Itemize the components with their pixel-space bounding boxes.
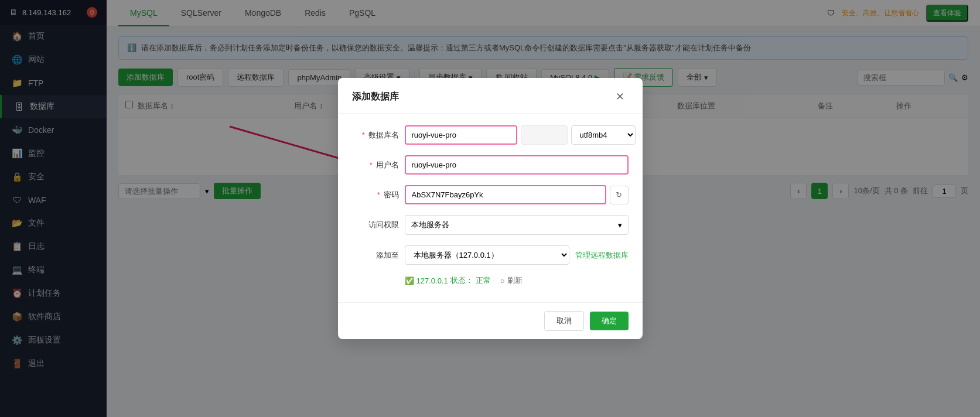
- username-row: * 用户名: [352, 155, 629, 175]
- status-row: ✅ 127.0.0.1 状态： 正常 ○ 刷新: [352, 275, 629, 286]
- modal-footer: 取消 确定: [338, 302, 643, 339]
- access-select[interactable]: 本地服务器 ▾: [405, 215, 629, 235]
- status-label: 状态：: [450, 275, 473, 286]
- pwd-label: * 密码: [352, 190, 399, 200]
- add-to-select[interactable]: 本地服务器（127.0.0.1）: [405, 245, 569, 265]
- add-to-label: 添加至: [352, 250, 399, 261]
- generate-password-button[interactable]: ↻: [610, 186, 629, 204]
- add-database-modal: 添加数据库 ✕ * 数据库名 utf8mb4: [338, 78, 643, 339]
- chevron-down-icon-access: ▾: [618, 221, 622, 230]
- modal-close-button[interactable]: ✕: [612, 88, 629, 105]
- status-ip: 127.0.0.1: [416, 276, 448, 285]
- password-input[interactable]: [405, 185, 606, 204]
- access-value: 本地服务器: [411, 220, 449, 230]
- db-suffix-input[interactable]: [521, 125, 568, 145]
- db-name-group: utf8mb4: [405, 125, 636, 145]
- cancel-button[interactable]: 取消: [544, 311, 584, 331]
- access-label: 访问权限: [352, 220, 399, 230]
- check-icon: ✅: [405, 276, 414, 285]
- confirm-button[interactable]: 确定: [590, 312, 629, 330]
- add-to-row: 添加至 本地服务器（127.0.0.1） 管理远程数据库: [352, 245, 629, 265]
- required-star-pwd: *: [377, 190, 380, 199]
- password-group: ↻: [405, 185, 629, 204]
- required-star-user: *: [370, 160, 373, 169]
- refresh-label: 刷新: [507, 275, 523, 286]
- modal-overlay: 添加数据库 ✕ * 数据库名 utf8mb4: [0, 0, 980, 417]
- refresh-circle-icon: ○: [500, 276, 505, 285]
- username-input[interactable]: [405, 155, 629, 175]
- password-row: * 密码 ↻: [352, 185, 629, 204]
- charset-select[interactable]: utf8mb4: [571, 125, 636, 145]
- status-ok: ✅ 127.0.0.1 状态： 正常: [405, 275, 491, 286]
- user-label: * 用户名: [352, 160, 399, 170]
- db-name-row: * 数据库名 utf8mb4: [352, 125, 629, 145]
- modal-title: 添加数据库: [352, 91, 399, 103]
- db-name-label: * 数据库名: [352, 130, 399, 141]
- manage-remote-db-link[interactable]: 管理远程数据库: [575, 250, 629, 261]
- db-name-input[interactable]: [405, 125, 517, 145]
- modal-body: * 数据库名 utf8mb4 * 用户名: [338, 114, 643, 302]
- access-row: 访问权限 本地服务器 ▾: [352, 215, 629, 235]
- required-star-dbname: *: [362, 131, 365, 139]
- modal-header: 添加数据库 ✕: [338, 78, 643, 114]
- status-value: 正常: [476, 275, 491, 286]
- refresh-status-button[interactable]: ○ 刷新: [500, 275, 523, 286]
